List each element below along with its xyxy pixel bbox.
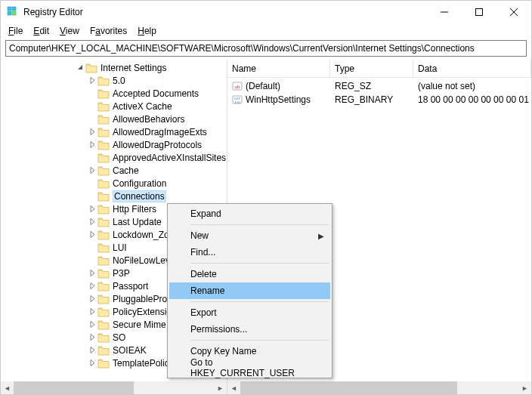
expander-closed-icon[interactable]: [87, 76, 97, 86]
expander-closed-icon[interactable]: [87, 165, 97, 176]
tree-label: P3P: [113, 268, 130, 279]
tree-label: SO: [113, 332, 125, 343]
expander-closed-icon[interactable]: [87, 268, 97, 279]
tree-label: ApprovedActiveXInstallSites: [113, 153, 226, 163]
menubar: File Edit View Favorites Help: [1, 23, 531, 39]
regedit-app-icon: [7, 6, 19, 18]
tree-label: AllowedBehaviors: [113, 114, 184, 125]
column-name[interactable]: Name: [227, 60, 330, 77]
scroll-right-icon[interactable]: ►: [518, 381, 531, 394]
menu-help[interactable]: Help: [133, 25, 161, 37]
context-menu-label: Export: [190, 307, 217, 318]
titlebar: Registry Editor: [1, 1, 531, 23]
tree-item[interactable]: AllowedBehaviors: [2, 113, 227, 125]
tree-item[interactable]: Connections: [2, 190, 227, 202]
expander-closed-icon[interactable]: [87, 281, 97, 292]
tree-label: AllowedDragProtocols: [113, 140, 202, 150]
folder-icon: [97, 307, 110, 317]
expander-closed-icon[interactable]: [87, 294, 97, 304]
expander-closed-icon[interactable]: [87, 319, 97, 330]
expander-closed-icon[interactable]: [87, 140, 97, 150]
window-title: Registry Editor: [23, 7, 83, 17]
tree-item[interactable]: Cache: [2, 164, 227, 177]
folder-icon: [85, 63, 97, 73]
context-menu-item-new[interactable]: New▶: [169, 227, 330, 244]
scroll-right-icon[interactable]: ►: [214, 381, 227, 394]
value-name: WinHttpSettings: [246, 94, 311, 105]
svg-rect-0: [8, 7, 11, 11]
folder-icon: [97, 319, 110, 330]
menu-edit[interactable]: Edit: [29, 25, 54, 37]
tree-item[interactable]: AllowedDragProtocols: [2, 138, 227, 151]
submenu-arrow-icon: ▶: [318, 232, 324, 240]
expander-closed-icon[interactable]: [87, 127, 97, 137]
menu-file[interactable]: File: [4, 25, 27, 37]
tree-item[interactable]: Configuration: [2, 177, 227, 190]
context-menu-label: New: [190, 230, 209, 241]
expander-none-icon: [87, 191, 97, 202]
context-menu-label: Go to HKEY_CURRENT_USER: [190, 357, 309, 378]
context-menu-label: Find...: [190, 247, 215, 258]
expander-open-icon[interactable]: [75, 63, 85, 73]
menu-view[interactable]: View: [55, 25, 84, 37]
tree-item[interactable]: ActiveX Cache: [2, 100, 227, 113]
maximize-button[interactable]: [462, 1, 496, 23]
list-header: Name Type Data: [227, 60, 531, 78]
list-row[interactable]: 011110WinHttpSettingsREG_BINARY18 00 00 …: [227, 93, 531, 106]
expander-none-icon: [87, 178, 97, 189]
context-menu-item-permissions[interactable]: Permissions...: [169, 321, 330, 338]
context-menu-separator: [190, 263, 329, 264]
svg-text:ab: ab: [235, 84, 240, 90]
folder-icon: [97, 332, 110, 343]
folder-icon: [97, 268, 110, 279]
context-menu-item-rename[interactable]: Rename: [169, 282, 330, 299]
tree-label: ActiveX Cache: [113, 101, 172, 112]
scroll-left-icon[interactable]: ◄: [227, 381, 240, 394]
folder-icon: [97, 76, 110, 86]
expander-none-icon: [87, 153, 97, 163]
expander-closed-icon[interactable]: [87, 230, 97, 240]
tree-horizontal-scrollbar[interactable]: ◄ ►: [1, 381, 227, 394]
context-menu-item-go-to-hkey-current-user[interactable]: Go to HKEY_CURRENT_USER: [169, 360, 330, 376]
expander-closed-icon[interactable]: [87, 204, 97, 214]
tree-label: Configuration: [113, 178, 166, 189]
expander-closed-icon[interactable]: [87, 345, 97, 356]
column-data[interactable]: Data: [413, 60, 531, 77]
menu-favorites[interactable]: Favorites: [85, 25, 131, 37]
value-type: REG_BINARY: [330, 94, 413, 105]
folder-icon: [97, 242, 110, 253]
column-type[interactable]: Type: [330, 60, 413, 77]
context-menu-label: Rename: [190, 285, 224, 296]
folder-icon: [97, 165, 110, 176]
binary-value-icon: 011110: [232, 94, 243, 105]
tree-item[interactable]: Accepted Documents: [2, 87, 227, 100]
expander-closed-icon[interactable]: [87, 217, 97, 227]
window-controls: [427, 1, 531, 23]
expander-closed-icon[interactable]: [87, 358, 97, 369]
tree-item[interactable]: AllowedDragImageExts: [2, 125, 227, 138]
list-row[interactable]: ab(Default)REG_SZ(value not set): [227, 79, 531, 93]
minimize-button[interactable]: [427, 1, 462, 23]
value-type: REG_SZ: [330, 81, 413, 91]
folder-icon: [97, 88, 110, 99]
tree-item[interactable]: 5.0: [2, 74, 227, 87]
tree-item-root[interactable]: Internet Settings: [2, 61, 227, 74]
address-bar[interactable]: Computer\HKEY_LOCAL_MACHINE\SOFTWARE\Mic…: [5, 40, 527, 57]
context-menu-item-expand[interactable]: Expand: [169, 205, 330, 222]
folder-icon: [97, 204, 110, 214]
context-menu-item-export[interactable]: Export: [169, 304, 330, 321]
tree-label: SOIEAK: [113, 345, 147, 356]
expander-none-icon: [87, 114, 97, 125]
expander-closed-icon[interactable]: [87, 307, 97, 317]
close-button[interactable]: [496, 1, 531, 23]
context-menu-label: Permissions...: [190, 324, 247, 335]
list-horizontal-scrollbar[interactable]: ◄ ►: [227, 381, 531, 394]
context-menu-label: Delete: [190, 269, 217, 279]
expander-closed-icon[interactable]: [87, 332, 97, 343]
context-menu-item-delete[interactable]: Delete: [169, 266, 330, 282]
expander-none-icon: [87, 255, 97, 266]
context-menu-separator: [190, 301, 329, 302]
context-menu-item-find[interactable]: Find...: [169, 244, 330, 261]
scroll-left-icon[interactable]: ◄: [1, 381, 14, 394]
tree-item[interactable]: ApprovedActiveXInstallSites: [2, 151, 227, 164]
